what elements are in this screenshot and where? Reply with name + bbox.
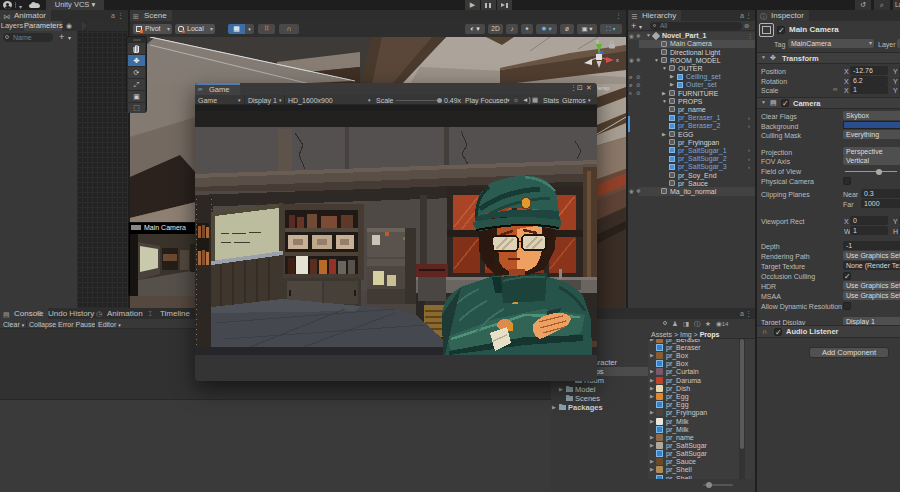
svg-text:x: x [616, 57, 619, 63]
svg-text:y: y [596, 38, 599, 44]
